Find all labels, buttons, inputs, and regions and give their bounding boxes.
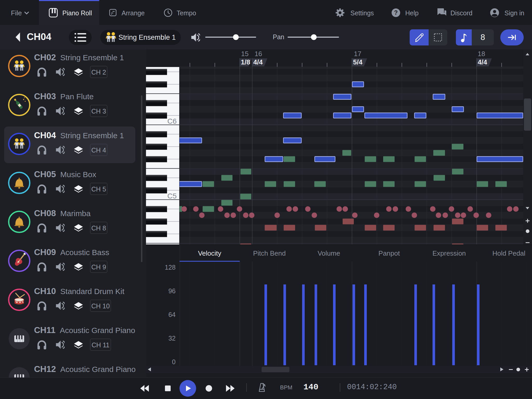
svg-text:128: 128 — [165, 264, 176, 271]
svg-text:Velocity: Velocity — [198, 249, 221, 257]
svg-text:Volume: Volume — [318, 249, 340, 257]
svg-text:17: 17 — [354, 50, 361, 58]
svg-text:Expression: Expression — [433, 249, 466, 257]
svg-text:5/4: 5/4 — [353, 58, 363, 66]
svg-text:1/8: 1/8 — [241, 58, 250, 66]
svg-text:4/4: 4/4 — [478, 58, 487, 66]
svg-text:96: 96 — [168, 287, 176, 295]
svg-text:Pitch Bend: Pitch Bend — [253, 249, 286, 257]
svg-text:18: 18 — [478, 50, 485, 58]
svg-text:16: 16 — [255, 50, 262, 58]
svg-text:0: 0 — [172, 358, 176, 365]
svg-text:4/4: 4/4 — [253, 58, 263, 66]
svg-text:?: ? — [394, 9, 398, 16]
svg-text:Panpot: Panpot — [378, 249, 400, 257]
svg-text:C5: C5 — [167, 192, 177, 200]
svg-text:C6: C6 — [167, 117, 177, 125]
svg-text:32: 32 — [168, 335, 176, 342]
svg-text:Hold Pedal: Hold Pedal — [492, 249, 525, 257]
svg-text:15: 15 — [241, 50, 249, 58]
svg-text:64: 64 — [168, 311, 176, 318]
